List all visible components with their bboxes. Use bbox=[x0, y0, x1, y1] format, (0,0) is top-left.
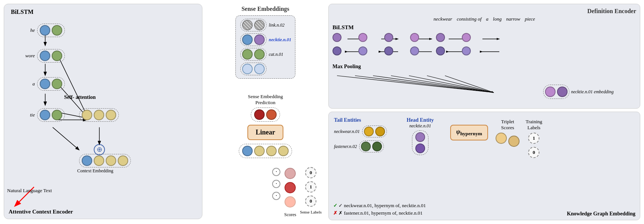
extra-node-2 bbox=[254, 64, 265, 74]
sense-label-cat: cat.n.01 bbox=[269, 52, 283, 57]
def-words-row: neckwear consisting of a long narrow pie… bbox=[332, 16, 636, 22]
node-he-green bbox=[52, 25, 62, 36]
score-node-1 bbox=[285, 168, 296, 179]
score-node-2 bbox=[285, 182, 296, 193]
sense-label-necktie: necktie.n.01 bbox=[269, 37, 291, 43]
node-group-tie bbox=[37, 108, 65, 122]
x-text: ✗ fastener.n.01, hypernym of, necktie.n.… bbox=[338, 210, 422, 216]
training-label-1: 1 bbox=[528, 133, 539, 144]
psi-subscript: hypernym bbox=[460, 131, 482, 136]
node-group-a bbox=[37, 77, 65, 91]
svg-line-27 bbox=[427, 76, 494, 93]
max-pooling-label: Max Pooling bbox=[332, 64, 636, 70]
dot-3: · bbox=[272, 192, 280, 200]
psi-symbol: ψ bbox=[456, 128, 460, 135]
triplet-score-2 bbox=[508, 136, 520, 147]
svg-point-7 bbox=[94, 145, 105, 155]
yellow-node-2 bbox=[94, 110, 104, 120]
ctx-input-y2 bbox=[266, 146, 277, 156]
def-fwd-4 bbox=[410, 33, 419, 42]
ctx-node-yellow2 bbox=[106, 155, 116, 166]
self-attention-output bbox=[79, 108, 119, 122]
def-fwd-5 bbox=[436, 33, 445, 42]
tail-fastener-node-1 bbox=[361, 142, 371, 151]
x-triplet: ✗ ✗ fastener.n.01, hypernym of, necktie.… bbox=[333, 210, 422, 216]
scores-label: Scores bbox=[284, 212, 296, 218]
necktie-node-1 bbox=[242, 34, 253, 45]
check-text: ✓ neckwear.n.01, hypernym of, necktie.n.… bbox=[338, 203, 426, 208]
svg-text:⊕: ⊕ bbox=[97, 146, 102, 153]
triplet-score-1 bbox=[496, 133, 507, 144]
sense-embeddings-box: link.n.02 necktie.n.01 cat.n.01 bbox=[235, 15, 295, 79]
def-bwd-2 bbox=[358, 46, 367, 55]
prediction-nodes bbox=[205, 108, 325, 122]
pred-node-red1 bbox=[254, 109, 265, 120]
tail-fastener-nodes bbox=[359, 140, 384, 152]
context-embedding-nodes bbox=[79, 154, 131, 167]
ctx-input-nodes bbox=[239, 144, 292, 158]
tail-row-fastener: fastener.n.02 bbox=[334, 140, 390, 152]
yellow-node-3 bbox=[106, 110, 116, 120]
def-fwd-3 bbox=[384, 33, 393, 42]
embedding-label: necktie.n.01 embedding bbox=[571, 89, 614, 95]
word-a: a bbox=[23, 81, 35, 87]
tail-label-neckwear: neckwear.n.01 bbox=[334, 129, 360, 134]
context-embedding-label: Context Embedding bbox=[77, 168, 113, 174]
pred-node-group bbox=[251, 108, 280, 122]
def-word-long: long bbox=[493, 16, 502, 22]
word-row-tie: tie bbox=[23, 108, 65, 122]
def-fwd-6 bbox=[462, 33, 471, 42]
svg-line-23 bbox=[355, 76, 494, 93]
cat-node-1 bbox=[242, 49, 253, 60]
sense-label-node-0b: 0 bbox=[305, 196, 316, 207]
sense-row-extra bbox=[240, 63, 291, 75]
def-bwd-1 bbox=[332, 46, 341, 55]
bilstm-label-left: BiLSTM bbox=[11, 9, 33, 15]
head-node-2 bbox=[415, 143, 425, 153]
head-entity-title: Head Entity bbox=[398, 117, 443, 123]
node-group-he bbox=[37, 24, 65, 37]
word-row-a: a bbox=[23, 77, 65, 91]
necktie-node-2 bbox=[254, 34, 265, 45]
def-word-neckwear: neckwear bbox=[434, 16, 452, 22]
def-backward-nodes bbox=[332, 46, 471, 55]
embedding-nodes: necktie.n.01 embedding bbox=[543, 85, 614, 99]
kg-title: Knowledge Graph Embedding bbox=[567, 211, 635, 217]
def-fwd-2 bbox=[358, 33, 367, 42]
word-tie: tie bbox=[23, 112, 35, 118]
training-label-0: 0 bbox=[528, 147, 539, 158]
sense-embedding-prediction-label: Sense EmbeddingPrediction bbox=[205, 94, 325, 106]
def-fwd-1 bbox=[332, 33, 341, 42]
ctx-input-y3 bbox=[278, 146, 289, 156]
node-wore-blue bbox=[40, 51, 50, 61]
extra-node-1 bbox=[242, 64, 253, 74]
context-embed-input bbox=[205, 144, 325, 158]
tail-row-neckwear: neckwear.n.01 bbox=[334, 125, 390, 137]
training-labels-col: TrainingLabels 1 0 bbox=[526, 119, 542, 158]
attentive-context-label: Attentive Context Encoder bbox=[9, 209, 73, 215]
node-a-blue bbox=[40, 79, 50, 89]
ctx-input-y1 bbox=[254, 146, 265, 156]
head-node-1 bbox=[415, 132, 425, 142]
def-bilstm-label: BiLSTM bbox=[332, 24, 636, 31]
triplet-section: TripletScores TrainingLabels 1 0 bbox=[496, 117, 542, 158]
yellow-node-1 bbox=[82, 110, 92, 120]
triplet-scores-title: TripletScores bbox=[496, 119, 520, 130]
check-symbol: ✓ bbox=[333, 203, 338, 208]
dot-2: · bbox=[272, 180, 280, 188]
link-nodes bbox=[240, 19, 267, 31]
word-he: he bbox=[23, 27, 35, 33]
word-row-he: he bbox=[23, 24, 65, 37]
tail-fastener-node-2 bbox=[372, 142, 382, 151]
head-entity-name: necktie.n.01 bbox=[398, 123, 443, 129]
def-encoder-title: Definition Encoder bbox=[332, 8, 636, 15]
link-node-2 bbox=[254, 20, 265, 30]
tail-entities-section: Tail Entities neckwear.n.01 fastener.n.0… bbox=[334, 117, 390, 152]
pred-node-red2 bbox=[266, 109, 277, 120]
tail-label-fastener: fastener.n.02 bbox=[334, 144, 357, 149]
svg-line-26 bbox=[409, 76, 494, 93]
yellow-nodes bbox=[79, 108, 119, 122]
sense-embeddings-title: Sense Embeddings bbox=[205, 6, 325, 12]
context-nodes bbox=[79, 154, 131, 167]
def-encoder-panel: Definition Encoder neckwear consisting o… bbox=[328, 4, 640, 109]
